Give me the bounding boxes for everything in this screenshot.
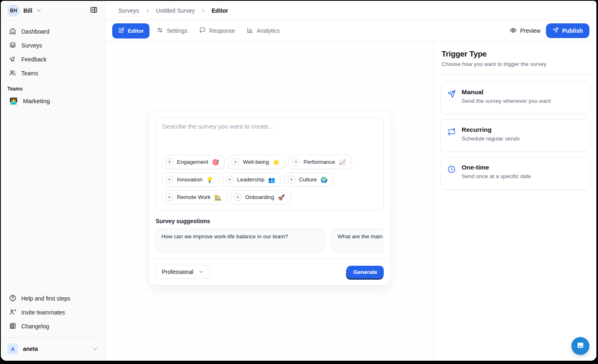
tone-select[interactable]: Professional [156, 265, 210, 279]
survey-generator-card: Engagement 🎯 Well-being 🌟 [149, 110, 391, 285]
chip-label: Performance [304, 159, 335, 165]
topic-chip-culture[interactable]: Culture 🌍 [284, 172, 333, 187]
generate-button[interactable]: Generate [347, 266, 384, 278]
newspaper-icon [9, 322, 16, 331]
trigger-option-description: Schedule regular sends [462, 136, 520, 142]
trigger-panel-subtitle: Choose how you want to trigger the surve… [442, 61, 589, 67]
sidebar-item-dashboard[interactable]: Dashboard [6, 25, 100, 38]
sidebar-item-teams[interactable]: Teams [6, 66, 100, 80]
survey-prompt-input[interactable] [162, 123, 377, 150]
chip-label: Leadership [237, 176, 265, 183]
sidebar-item-invite[interactable]: Invite teammates [6, 305, 100, 319]
chip-emoji: 📈 [339, 159, 346, 165]
suggestions-list: How can we improve work-life balance in … [156, 228, 384, 253]
suggestion-card[interactable]: What are the main ob [332, 228, 384, 253]
user-plus-icon [9, 308, 16, 317]
user-menu[interactable]: A aneta [1, 339, 105, 361]
trigger-option-description: Send once at a specific date [462, 173, 531, 179]
tab-settings[interactable]: Settings [152, 23, 192, 38]
sidebar-footer-nav: Help and first steps Invite teammates Ch… [1, 290, 105, 333]
chevron-down-icon [198, 269, 204, 275]
help-circle-icon [9, 294, 16, 303]
topic-chip-performance[interactable]: Performance 📈 [289, 155, 352, 169]
chip-emoji: 🌟 [273, 159, 280, 165]
chip-emoji: 🚀 [278, 194, 285, 200]
chip-emoji: 👥 [268, 177, 275, 183]
tab-label: Response [209, 27, 235, 34]
chip-label: Onboarding [245, 194, 274, 200]
topic-chip-onboarding[interactable]: Onboarding 🚀 [231, 190, 291, 204]
suggestion-card[interactable]: How can we improve work-life balance in … [156, 228, 325, 253]
sidebar-item-label: Dashboard [21, 28, 50, 35]
bar-chart-icon [247, 27, 254, 35]
publish-label: Publish [562, 27, 583, 34]
sidebar-nav: Dashboard Surveys Feedback Teams [1, 20, 105, 80]
tab-label: Editor [128, 28, 144, 34]
breadcrumb-untitled-survey[interactable]: Untitled Survey [156, 7, 195, 14]
chevron-down-icon [36, 8, 42, 14]
suggestions-title: Survey suggestions [156, 218, 384, 224]
preview-label: Preview [520, 27, 541, 34]
chip-emoji: 🏡 [214, 194, 221, 200]
plus-icon [226, 176, 233, 183]
prompt-box: Engagement 🎯 Well-being 🌟 [156, 117, 384, 210]
tab-editor[interactable]: Editor [112, 23, 150, 38]
editor-canvas: Engagement 🎯 Well-being 🌟 [105, 41, 434, 361]
trigger-option-one-time[interactable]: One-time Send once at a specific date [440, 157, 590, 190]
send-icon [553, 27, 559, 34]
team-label: Marketing [23, 97, 50, 104]
sidebar-item-label: Changelog [21, 323, 49, 330]
sidebar-item-label: Teams [21, 70, 38, 77]
breadcrumb-surveys[interactable]: Surveys [118, 7, 139, 14]
panel-toggle-icon [90, 6, 98, 15]
trigger-option-title: Manual [462, 88, 551, 96]
chip-label: Culture [299, 176, 317, 183]
publish-button[interactable]: Publish [546, 23, 589, 38]
eye-icon [510, 27, 517, 35]
plus-icon [231, 158, 239, 166]
chip-emoji: 💡 [206, 177, 213, 183]
topic-chip-leadership[interactable]: Leadership 👥 [222, 172, 281, 187]
chevron-right-icon [145, 7, 151, 14]
chat-bubble-icon [199, 27, 206, 35]
chip-label: Engagement [177, 159, 208, 165]
home-icon [9, 27, 16, 36]
sidebar-item-label: Surveys [21, 42, 42, 49]
megaphone-icon [9, 55, 16, 64]
tab-label: Analytics [257, 27, 280, 34]
sidebar-item-team-marketing[interactable]: 🧑‍💻 Marketing [6, 93, 100, 108]
sidebar-item-label: Invite teammates [21, 309, 65, 316]
sidebar-item-surveys[interactable]: Surveys [6, 38, 100, 52]
trigger-option-manual[interactable]: Manual Send the survey whenever you want [440, 81, 590, 114]
preview-button[interactable]: Preview [510, 27, 541, 35]
tab-response[interactable]: Response [195, 23, 240, 38]
sidebar-item-feedback[interactable]: Feedback [6, 52, 100, 66]
sidebar-item-help[interactable]: Help and first steps [6, 292, 100, 305]
sidebar-item-changelog[interactable]: Changelog [6, 319, 100, 333]
sidebar-item-label: Help and first steps [21, 295, 70, 302]
generator-footer: Professional Generate [149, 258, 390, 285]
trigger-panel-title: Trigger Type [442, 50, 589, 59]
editor-toolbar: Editor Settings Response Analytics [105, 20, 596, 41]
plus-icon [165, 193, 173, 201]
plus-icon [292, 158, 300, 166]
workspace-name: Bill [23, 7, 32, 14]
tab-analytics[interactable]: Analytics [242, 23, 284, 38]
topic-chip-well-being[interactable]: Well-being 🌟 [228, 155, 285, 169]
trigger-option-recurring[interactable]: Recurring Schedule regular sends [440, 119, 590, 152]
workspace-switcher[interactable]: BH Bill [1, 1, 105, 20]
topic-chip-remote-work[interactable]: Remote Work 🏡 [162, 190, 227, 204]
trigger-option-title: One-time [462, 164, 531, 171]
trigger-type-panel: Trigger Type Choose how you want to trig… [434, 41, 596, 361]
plus-icon [165, 176, 173, 183]
pencil-square-icon [118, 27, 125, 35]
topic-chip-innovation[interactable]: Innovation 💡 [162, 172, 219, 187]
teams-section-label: Teams [1, 80, 105, 93]
sidebar-collapse-button[interactable] [88, 5, 100, 17]
chat-launcher-button[interactable] [571, 337, 589, 355]
topic-chip-engagement[interactable]: Engagement 🎯 [162, 155, 225, 169]
clock-icon [447, 164, 456, 175]
repeat-icon [447, 126, 456, 138]
user-name: aneta [23, 346, 38, 352]
chip-emoji: 🌍 [321, 177, 328, 183]
